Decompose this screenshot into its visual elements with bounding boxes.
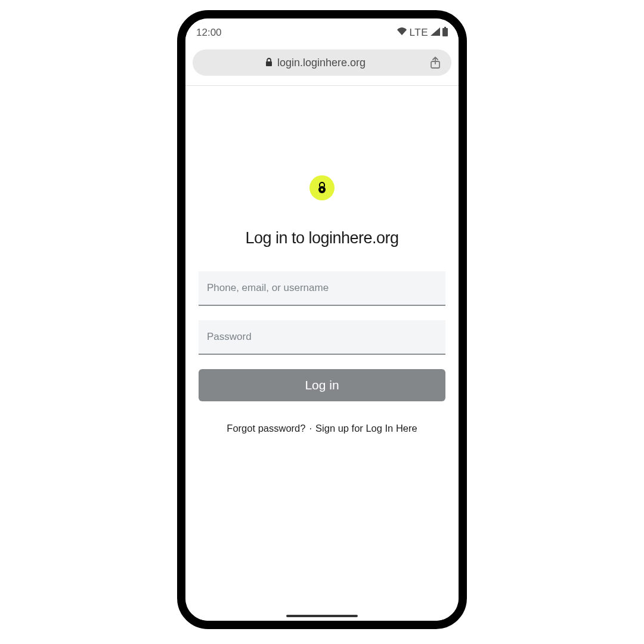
signup-link[interactable]: Sign up for Log In Here [315,423,417,434]
username-input[interactable] [199,271,445,306]
browser-address-bar[interactable]: login.loginhere.org [193,49,451,76]
share-icon[interactable] [429,57,442,69]
address-bar-center: login.loginhere.org [202,57,429,69]
cell-signal-icon [431,27,440,39]
auth-links-row: Forgot password? · Sign up for Log In He… [227,423,417,434]
network-type-label: LTE [410,27,428,39]
address-bar-url: login.loginhere.org [277,57,366,69]
page-title: Log in to loginhere.org [245,229,398,247]
status-right-cluster: LTE [397,27,448,39]
phone-device-frame: 12:00 LTE login.loginhere.org [177,10,467,629]
navigation-handle[interactable] [286,615,358,617]
password-input[interactable] [199,320,445,355]
screen: 12:00 LTE login.loginhere.org [185,18,459,621]
page-content: Log in to loginhere.org Log in Forgot pa… [185,86,459,621]
login-button[interactable]: Log in [199,369,445,401]
svg-rect-1 [442,28,448,36]
battery-icon [442,27,448,39]
forgot-password-link[interactable]: Forgot password? [227,423,305,434]
link-separator: · [309,423,312,434]
svg-rect-0 [444,27,446,28]
svg-point-5 [321,188,323,191]
lock-icon [265,58,273,68]
status-bar: 12:00 LTE [185,22,459,44]
site-logo [309,175,335,200]
lock-icon [317,182,327,194]
status-time: 12:00 [196,27,222,39]
wifi-icon [397,27,407,39]
svg-rect-2 [266,61,272,66]
